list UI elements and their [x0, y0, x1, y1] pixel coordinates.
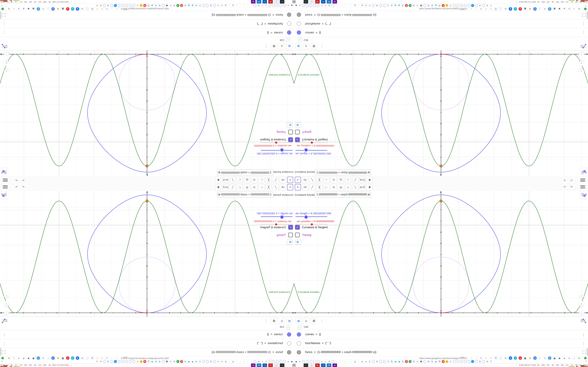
algebra-row[interactable]: funcNames = {" "} ⋮ [0, 339, 294, 348]
tab-favicon-v-green[interactable]: ▼ [409, 4, 412, 7]
tab-favicon-google[interactable]: G [184, 4, 187, 7]
extension-icon-translate[interactable]: Ⓐ [494, 7, 498, 11]
graphics-stylebar-toggle[interactable]: ▲ [0, 191, 8, 199]
tab-favicon-geogebra-tab[interactable] [254, 4, 257, 7]
tab-favicon-faded-tab[interactable]: ● [343, 4, 346, 7]
tab-favicon-info[interactable]: ⓘ [438, 4, 441, 7]
tab-favicon-faded-tab[interactable]: ● [235, 4, 238, 7]
tab-favicon-firefox[interactable]: ● [261, 4, 264, 7]
tab-favicon-yandex[interactable]: Я [180, 360, 183, 363]
tool-button-circle[interactable]: ⊙ [251, 177, 257, 183]
taskbar-app-save-64[interactable]: 64 [327, 0, 331, 3]
tab-favicon-geogebra-tab[interactable] [125, 4, 128, 7]
row-menu-icon[interactable]: ⋮ [582, 30, 585, 34]
tab-favicon-firefox[interactable]: ● [324, 4, 327, 7]
tab-favicon-yandex[interactable]: Я [442, 4, 445, 7]
fullscreen-icon[interactable] [583, 350, 586, 354]
tab-favicon-geogebra-tab[interactable] [423, 360, 426, 363]
tab-favicon-google[interactable]: G [412, 360, 415, 363]
scrollbar-thumb[interactable] [0, 12, 1, 19]
tab-favicon-gear[interactable]: ⚙ [328, 4, 331, 7]
tab-favicon-geogebra-tab[interactable] [372, 4, 375, 7]
tab-favicon-geogebra-tab[interactable] [475, 360, 478, 363]
extension-icon-reader[interactable]: A [465, 7, 468, 11]
stylebar-menu-icon[interactable]: ⋮ [320, 44, 323, 48]
tab-favicon-google[interactable]: G [427, 4, 430, 7]
extension-icon-wrench[interactable]: ⚙ [577, 356, 581, 360]
graphics-view[interactable]: Curvature function 1.000000000000 + cos(… [294, 50, 588, 176]
taskbar-app-settings-red[interactable]: ⚙ [315, 364, 320, 367]
graphics-stylebar-toggle[interactable]: ▲ [0, 168, 8, 176]
extension-icon-translate[interactable]: Ⓐ [90, 7, 94, 11]
taskbar-app-display[interactable]: ▭ [321, 0, 326, 3]
tab-favicon-teal-dot[interactable]: ◉ [394, 360, 397, 363]
tab-favicon-geogebra-tab[interactable] [272, 4, 275, 7]
tab-favicon-gear[interactable]: ⚙ [486, 360, 489, 363]
tab-overflow-chevron[interactable]: ^ [1, 360, 3, 363]
tab-favicon-google[interactable]: G [195, 4, 198, 7]
tool-button-reflect[interactable]: ╲ [230, 184, 236, 190]
extension-icon-bookmark-star[interactable]: ☆ [115, 356, 119, 360]
taskbar-app-terminal[interactable]: ▸ [280, 364, 284, 367]
arc-length-slider[interactable] [261, 216, 293, 217]
tab-favicon-picture[interactable]: ▲ [445, 4, 448, 7]
tab-favicon-geogebra-tab[interactable] [254, 360, 257, 363]
redo-icon[interactable]: ↷ [15, 185, 18, 189]
tab-favicon-faded-tab[interactable]: ○ [346, 360, 349, 363]
tab-favicon-geogebra-tab[interactable] [331, 360, 334, 363]
tab-favicon-teal-dot[interactable]: ◉ [394, 4, 397, 7]
tab-favicon-google[interactable]: G [209, 4, 212, 7]
tab-favicon-wrench[interactable]: ⚙ [265, 4, 268, 7]
tab-favicon-google-gray[interactable]: G [136, 4, 139, 7]
tab-favicon-google-gray[interactable]: G [169, 360, 172, 363]
tool-button-line[interactable]: ╱ [309, 177, 315, 183]
extension-icon-rec-red[interactable]: ● [66, 7, 69, 11]
tab-favicon-picture[interactable]: ▲ [140, 360, 143, 363]
collapse-button[interactable]: − [298, 38, 302, 42]
tab-favicon-google[interactable]: G [401, 4, 404, 7]
visibility-marble[interactable] [287, 350, 291, 354]
tab-favicon-lock[interactable]: ⊙ [364, 360, 367, 363]
visibility-marble[interactable] [287, 13, 291, 17]
tab-favicon-firefox[interactable]: ● [261, 360, 264, 363]
tab-favicon-gear[interactable]: ⚙ [328, 360, 331, 363]
tool-button-slider[interactable]: a=2 [359, 177, 365, 183]
tab-favicon-folder[interactable]: ▤ [354, 4, 356, 7]
tab-favicon-geogebra-tab[interactable] [482, 360, 485, 363]
tool-button-perpendicular-line[interactable]: ╳ [316, 177, 322, 183]
graphics-view[interactable]: Curvature function 1.000000000000 + cos(… [0, 191, 294, 317]
tab-favicon-yandex[interactable]: Я [143, 360, 146, 363]
tab-favicon-geogebra-tab[interactable] [276, 360, 279, 363]
arc-position-slider[interactable] [260, 143, 293, 143]
row-menu-icon[interactable]: ⋮ [582, 342, 585, 346]
tab-favicon-google[interactable]: G [376, 4, 379, 7]
tab-favicon-google[interactable]: G [173, 4, 176, 7]
extension-icon-mouse[interactable]: ▯ [538, 356, 542, 360]
extension-icon-pen[interactable]: ✎ [489, 356, 493, 360]
tab-favicon-geogebra-tab[interactable] [379, 360, 382, 363]
tab-favicon-folder[interactable]: ▤ [232, 4, 234, 7]
settings-gear-button[interactable]: ⚙ [271, 318, 277, 324]
tab-favicon-geogebra-tab[interactable] [118, 4, 121, 7]
curvature-function-dropdown[interactable]: 1.000000000000 + cos(4.000000000000 x) ▼ [217, 169, 273, 175]
tab-favicon-kite-logo[interactable]: ◆ [290, 360, 293, 363]
tab-favicon-google[interactable]: G [107, 360, 110, 363]
tree-view-button[interactable]: ▦ [295, 318, 302, 324]
tree-view-button[interactable]: ▦ [286, 318, 293, 324]
tool-button-polygon[interactable]: ▷ [324, 177, 329, 183]
fx-button[interactable]: fx [303, 318, 309, 324]
extension-icon-thumb[interactable]: ✔ [572, 356, 576, 360]
tab-favicon-function-f[interactable]: f [95, 4, 98, 7]
extension-icon-rec-red[interactable]: ● [519, 356, 522, 360]
home-button[interactable]: ⌂ [579, 69, 584, 74]
tab-favicon-geogebra-tab[interactable] [276, 4, 279, 7]
row-menu-icon[interactable]: ⋮ [3, 342, 6, 346]
tracing-checkbox[interactable] [288, 130, 293, 134]
tab-favicon-green-ball[interactable]: ● [298, 4, 301, 7]
extension-icon-sync-blue[interactable]: ↺ [71, 356, 74, 360]
extension-icon-trash2[interactable]: ▣ [32, 356, 35, 360]
graphics-stylebar-toggle[interactable]: ▲ [580, 168, 588, 176]
undo-icon[interactable]: ↶ [22, 185, 25, 189]
tab-favicon-yandex[interactable]: Я [405, 360, 408, 363]
extension-icon-shield-blue[interactable]: ⇩ [37, 7, 40, 11]
